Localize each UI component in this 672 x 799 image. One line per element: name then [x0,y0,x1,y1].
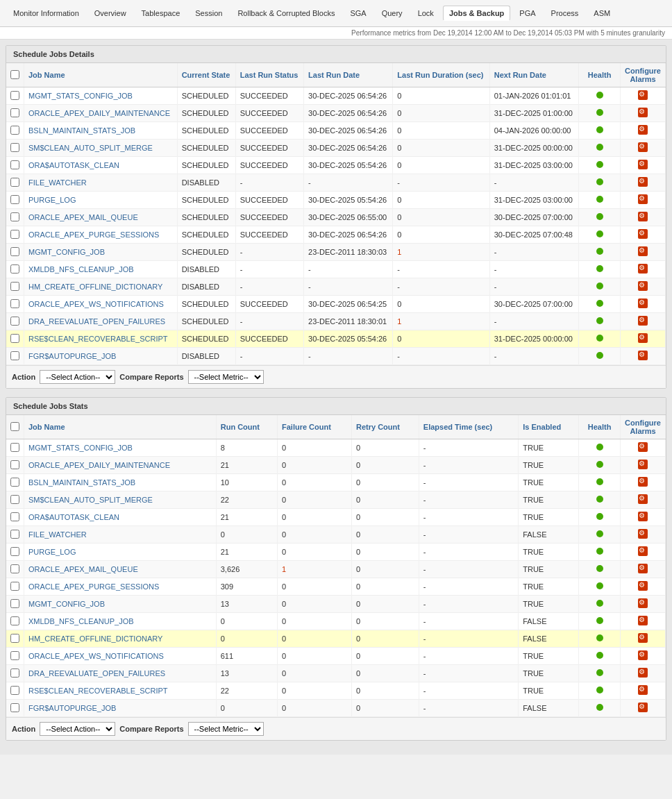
nav-item-session[interactable]: Session [189,6,228,21]
job-name-link[interactable]: ORACLE_APEX_DAILY_MAINTENANCE [28,461,170,469]
row-checkbox[interactable] [10,299,19,308]
nav-item-rollback---corrupted-blocks[interactable]: Rollback & Corrupted Blocks [231,6,341,21]
job-name-link[interactable]: HM_CREATE_OFFLINE_DICTIONARY [28,283,162,291]
s1-select-all[interactable] [10,70,19,79]
row-checkbox[interactable] [10,668,19,678]
row-checkbox[interactable] [10,351,19,360]
row-checkbox[interactable] [10,212,19,221]
row-checkbox[interactable] [10,143,19,152]
row-checkbox[interactable] [10,547,19,556]
section2-action-select[interactable]: --Select Action-- [40,722,115,736]
job-name-link[interactable]: PURGE_LOG [28,196,76,204]
row-checkbox[interactable] [10,282,19,291]
configure-alarms-icon[interactable] [638,598,648,608]
job-name-link[interactable]: RSE$CLEAN_RECOVERABLE_SCRIPT [28,335,168,343]
row-checkbox[interactable] [10,651,19,660]
configure-alarms-icon[interactable] [638,529,648,539]
row-checkbox[interactable] [10,686,19,695]
row-checkbox[interactable] [10,530,19,539]
row-checkbox[interactable] [10,160,19,169]
job-name-link[interactable]: ORACLE_APEX_PURGE_SESSIONS [28,230,159,239]
configure-alarms-icon[interactable] [638,108,648,117]
row-checkbox[interactable] [10,616,19,625]
row-checkbox[interactable] [10,599,19,608]
configure-alarms-icon[interactable] [638,194,648,204]
nav-item-process[interactable]: Process [545,6,585,21]
job-name-link[interactable]: SM$CLEAN_AUTO_SPLIT_MERGE [28,144,153,152]
nav-item-jobs---backup[interactable]: Jobs & Backup [443,6,510,21]
nav-item-overview[interactable]: Overview [88,6,133,21]
configure-alarms-icon[interactable] [638,125,648,135]
job-name-link[interactable]: ORA$AUTOTASK_CLEAN [28,161,119,169]
job-name-link[interactable]: MGMT_STATS_CONFIG_JOB [28,444,133,452]
job-name-link[interactable]: HM_CREATE_OFFLINE_DICTIONARY [28,634,162,643]
configure-alarms-icon[interactable] [638,142,648,152]
configure-alarms-icon[interactable] [638,351,648,360]
job-name-link[interactable]: RSE$CLEAN_RECOVERABLE_SCRIPT [28,687,168,695]
row-checkbox[interactable] [10,582,19,591]
configure-alarms-icon[interactable] [638,633,648,643]
s2-select-all[interactable] [10,422,19,431]
row-checkbox[interactable] [10,317,19,326]
configure-alarms-icon[interactable] [638,564,648,573]
row-checkbox[interactable] [10,247,19,256]
row-checkbox[interactable] [10,195,19,204]
configure-alarms-icon[interactable] [638,298,648,308]
configure-alarms-icon[interactable] [638,668,648,678]
section2-metric-select[interactable]: --Select Metric-- [188,722,264,736]
nav-item-lock[interactable]: Lock [412,6,440,21]
configure-alarms-icon[interactable] [638,685,648,695]
configure-alarms-icon[interactable] [638,264,648,274]
duration-link[interactable]: 1 [397,248,401,256]
configure-alarms-icon[interactable] [638,512,648,521]
configure-alarms-icon[interactable] [638,477,648,487]
nav-item-query[interactable]: Query [376,6,409,21]
row-checkbox[interactable] [10,178,19,187]
job-name-link[interactable]: ORACLE_APEX_MAIL_QUEUE [28,213,138,221]
configure-alarms-icon[interactable] [638,616,648,625]
row-checkbox[interactable] [10,91,19,100]
job-name-link[interactable]: ORA$AUTOTASK_CLEAN [28,513,119,521]
duration-link[interactable]: 1 [397,317,401,326]
row-checkbox[interactable] [10,703,19,712]
row-checkbox[interactable] [10,443,19,452]
configure-alarms-icon[interactable] [638,281,648,291]
job-name-link[interactable]: FILE_WATCHER [28,530,87,539]
section1-metric-select[interactable]: --Select Metric-- [188,370,264,384]
row-checkbox[interactable] [10,564,19,573]
job-name-link[interactable]: FGR$AUTOPURGE_JOB [28,704,116,712]
job-name-link[interactable]: PURGE_LOG [28,548,76,556]
nav-item-monitor-information[interactable]: Monitor Information [7,6,85,21]
configure-alarms-icon[interactable] [638,333,648,343]
row-checkbox[interactable] [10,495,19,504]
row-checkbox[interactable] [10,512,19,521]
nav-item-tablespace[interactable]: Tablespace [135,6,187,21]
configure-alarms-icon[interactable] [638,703,648,712]
configure-alarms-icon[interactable] [638,460,648,469]
job-name-link[interactable]: ORACLE_APEX_MAIL_QUEUE [28,565,138,573]
job-name-link[interactable]: MGMT_CONFIG_JOB [28,600,105,608]
configure-alarms-icon[interactable] [638,177,648,187]
job-name-link[interactable]: MGMT_CONFIG_JOB [28,248,105,256]
nav-item-sga[interactable]: SGA [344,6,372,21]
nav-item-pga[interactable]: PGA [513,6,541,21]
configure-alarms-icon[interactable] [638,494,648,504]
job-name-link[interactable]: ORACLE_APEX_WS_NOTIFICATIONS [28,300,164,308]
configure-alarms-icon[interactable] [638,581,648,591]
row-checkbox[interactable] [10,230,19,239]
job-name-link[interactable]: ORACLE_APEX_PURGE_SESSIONS [28,582,159,591]
job-name-link[interactable]: DRA_REEVALUATE_OPEN_FAILURES [28,669,165,678]
configure-alarms-icon[interactable] [638,90,648,100]
row-checkbox[interactable] [10,126,19,135]
row-checkbox[interactable] [10,460,19,469]
configure-alarms-icon[interactable] [638,316,648,326]
configure-alarms-icon[interactable] [638,546,648,556]
job-name-link[interactable]: ORACLE_APEX_WS_NOTIFICATIONS [28,652,164,660]
configure-alarms-icon[interactable] [638,212,648,221]
job-name-link[interactable]: BSLN_MAINTAIN_STATS_JOB [28,126,135,135]
row-checkbox[interactable] [10,634,19,643]
job-name-link[interactable]: DRA_REEVALUATE_OPEN_FAILURES [28,317,165,326]
job-name-link[interactable]: FILE_WATCHER [28,178,87,187]
configure-alarms-icon[interactable] [638,229,648,239]
job-name-link[interactable]: FGR$AUTOPURGE_JOB [28,352,116,360]
